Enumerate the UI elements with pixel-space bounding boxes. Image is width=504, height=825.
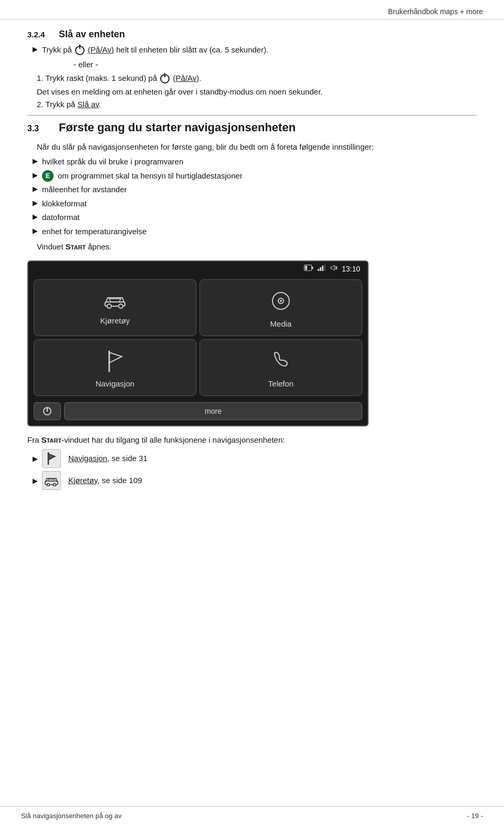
bullet-arrow-dato: ▶	[33, 213, 38, 221]
screen-more-button[interactable]: more	[64, 402, 362, 420]
pa-av-link-2: (På/Av)	[173, 74, 200, 82]
svg-rect-4	[320, 267, 321, 271]
section-33-title: Første gang du starter navigasjonsenhete…	[59, 121, 296, 134]
page-header: Brukerhåndbok maps + more	[0, 0, 504, 19]
screen-btn-navigasjon-label: Navigasjon	[96, 379, 134, 388]
svg-rect-2	[312, 267, 313, 269]
screen-btn-media[interactable]: Media	[200, 279, 362, 336]
section-324-title: Slå av enheten	[59, 29, 125, 40]
svg-point-10	[107, 304, 111, 308]
bullet-language-text: hvilket språk du vil bruke i programvare…	[42, 156, 183, 168]
nav-flag-icon-small	[42, 449, 61, 468]
flag-icon	[105, 349, 125, 375]
bullet-arrow-male: ▶	[33, 185, 38, 193]
screen-power-button[interactable]	[34, 402, 61, 420]
bullet-dato: ▶ datoformat	[27, 212, 477, 224]
bullet-temp: ▶ enhet for temperaturangivelse	[27, 226, 477, 238]
step1-label: 1. Trykk raskt (maks. 1 sekund) på (På/A…	[37, 74, 202, 82]
phone-icon	[270, 349, 291, 375]
screen-mockup: 13:10 Kjøretøy	[27, 260, 369, 426]
power-icon-2	[160, 74, 170, 83]
screen-bottom-bar: more	[28, 399, 368, 425]
fra-start-text: Fra Start-vinduet har du tilgang til all…	[27, 434, 477, 446]
pa-av-link-1: (På/Av)	[88, 45, 114, 54]
bullet-shutdown-hold-text: Trykk på (På/Av) helt til enheten blir s…	[42, 44, 268, 56]
car-icon	[102, 293, 128, 312]
bullet-maleenhet-text: måleenhet for avstander	[42, 184, 127, 196]
car-link: Kjøretøy	[68, 476, 98, 485]
bullet-hurtiglad-text: om programmet skal ta hensyn til hurtigl…	[58, 170, 243, 182]
screen-btn-telefon[interactable]: Telefon	[200, 339, 362, 396]
bullet-arrow-car-list: ▶	[33, 477, 38, 485]
page-wrapper: Brukerhåndbok maps + more 3.2.4 Slå av e…	[0, 0, 504, 825]
screen-more-label: more	[205, 407, 222, 415]
step1-row: 1. Trykk raskt (maks. 1 sekund) på (På/A…	[27, 74, 477, 83]
shutdown-text-after: helt til enheten blir slått av (ca. 5 se…	[116, 45, 268, 54]
bullet-maleenhet: ▶ måleenhet for avstander	[27, 184, 477, 196]
list-item-kjoretoy: ▶ Kjøretøy, se side 109	[27, 471, 477, 490]
window-opens-text: Vinduet Start åpnes.	[27, 241, 477, 253]
section-33-number: 3.3	[27, 124, 59, 133]
bullet-hurtiglad: ▶ E om programmet skal ta hensyn til hur…	[27, 170, 477, 182]
screen-btn-kjoretoy[interactable]: Kjøretøy	[34, 279, 196, 336]
header-title: Brukerhåndbok maps + more	[388, 7, 483, 16]
section-324-heading: 3.2.4 Slå av enheten	[27, 29, 477, 40]
bullet-arrow-temp: ▶	[33, 227, 38, 235]
section-divider	[27, 115, 477, 116]
section-33-intro: Når du slår på navigasjonsenheten for fø…	[27, 141, 477, 153]
svg-rect-6	[324, 265, 326, 271]
step1-text: Trykk raskt (maks. 1 sekund) på	[45, 74, 157, 82]
section-324-number: 3.2.4	[27, 30, 59, 39]
bullet-arrow-hurtig: ▶	[33, 171, 38, 179]
step2-description: Det vises en melding om at enheten går o…	[27, 86, 477, 98]
svg-point-21	[54, 483, 56, 486]
svg-rect-3	[318, 269, 319, 271]
sla-av-link: Slå av	[78, 100, 99, 109]
bullet-arrow-lang: ▶	[33, 157, 38, 165]
media-icon	[269, 289, 292, 315]
power-icon-1	[75, 46, 85, 55]
bullet-shutdown-hold: ▶ Trykk på (På/Av) helt til enheten blir…	[27, 44, 477, 56]
car-list-label: Kjøretøy, se side 109	[68, 475, 142, 487]
screen-btn-navigasjon[interactable]: Navigasjon	[34, 339, 196, 396]
fra-text: Fra	[27, 435, 41, 444]
bullet-arrow-klokke: ▶	[33, 199, 38, 207]
nav-list-label: Navigasjon, se side 31	[68, 453, 148, 465]
start-smallcaps: Start	[41, 435, 62, 444]
fra-rest: -vinduet har du tilgang til alle funksjo…	[61, 435, 285, 444]
step1-num: 1.	[37, 74, 44, 82]
shutdown-text-before: Trykk på	[42, 45, 72, 54]
window-opens: åpnes.	[88, 242, 111, 251]
screen-btn-telefon-label: Telefon	[268, 379, 293, 388]
window-text: Vinduet	[37, 242, 64, 251]
section-33-heading: 3.3 Første gang du starter navigasjonsen…	[27, 121, 477, 134]
page-footer: Slå navigasjonsenheten på og av - 19 -	[0, 806, 504, 825]
step1-dot: .	[199, 74, 201, 82]
step2-num: 2.	[37, 100, 44, 109]
bullet-klokke: ▶ klokkeformat	[27, 198, 477, 210]
step2-content: 2. Trykk på Slå av.	[37, 100, 101, 109]
bullet-arrow-nav-list: ▶	[33, 455, 38, 463]
svg-point-20	[47, 483, 50, 486]
status-time: 13:10	[342, 265, 360, 273]
mute-icon	[330, 265, 338, 273]
step2-dot: .	[99, 100, 101, 109]
svg-point-14	[280, 300, 282, 302]
e-badge: E	[42, 170, 54, 182]
screen-btn-kjoretoy-label: Kjøretøy	[100, 316, 130, 325]
or-text: - eller -	[64, 58, 477, 70]
footer-left-text: Slå navigasjonsenheten på og av	[21, 812, 122, 820]
bullet-temp-text: enhet for temperaturangivelse	[42, 226, 146, 238]
nav-link: Navigasjon	[68, 454, 107, 463]
step2-action-text: Trykk på	[45, 100, 75, 109]
bullet-klokke-text: klokkeformat	[42, 198, 87, 210]
screen-statusbar: 13:10	[28, 262, 368, 276]
screen-grid: Kjøretøy Media	[28, 276, 368, 399]
svg-point-11	[119, 304, 123, 308]
step2-row: 2. Trykk på Slå av.	[27, 100, 477, 109]
window-name: Start	[66, 242, 88, 251]
bullet-arrow-1: ▶	[33, 45, 38, 53]
svg-rect-1	[305, 266, 307, 270]
bullet-language: ▶ hvilket språk du vil bruke i programva…	[27, 156, 477, 168]
footer-right-text: - 19 -	[467, 812, 483, 820]
